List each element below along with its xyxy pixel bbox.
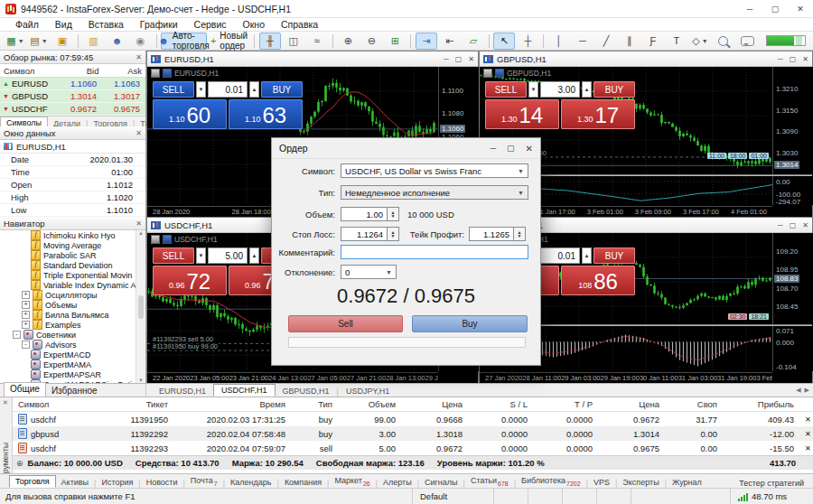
sell-button[interactable]: Sell bbox=[288, 315, 403, 332]
navigator-item-Объемы[interactable]: +fОбъемы bbox=[0, 300, 145, 310]
chart-close-button[interactable]: ✕ bbox=[802, 221, 808, 229]
toolbox-tab-Статьи[interactable]: Статьи678 bbox=[465, 475, 514, 488]
toolbox-tab-История[interactable]: История bbox=[96, 477, 138, 488]
order-dialog-titlebar[interactable]: Ордер ─ ▢ ✕ bbox=[272, 138, 540, 159]
chart-close-button[interactable]: ✕ bbox=[468, 55, 474, 63]
ohlc-icon[interactable] bbox=[151, 235, 160, 244]
toolbar-tile-windows-button[interactable]: ⊞ bbox=[384, 33, 406, 50]
navigator-item-Variable-Index-Dynamic-A[interactable]: fVariable Index Dynamic A bbox=[0, 280, 145, 290]
sell-button[interactable]: SELL bbox=[153, 81, 194, 98]
navigator-item-Ichimoku-Kinko-Hyo[interactable]: fIchimoku Kinko Hyo bbox=[0, 230, 145, 240]
menu-item-Окно[interactable]: Окно bbox=[235, 19, 273, 30]
navigator-tab-Общие[interactable]: Общие bbox=[4, 382, 46, 397]
close-position-button[interactable]: ✕ bbox=[799, 412, 813, 427]
menu-item-Сервис[interactable]: Сервис bbox=[186, 19, 235, 30]
column-header-S / L[interactable]: S / L bbox=[468, 397, 533, 412]
close-icon[interactable]: ✕ bbox=[136, 219, 142, 228]
volume-decrease-button[interactable]: ▼ bbox=[196, 81, 206, 98]
toolbar-autotrade-button[interactable]: ☻Авто-торговля bbox=[161, 33, 207, 50]
menu-item-Вид[interactable]: Вид bbox=[47, 19, 80, 30]
ohlc-icon[interactable] bbox=[483, 69, 492, 78]
comment-input[interactable] bbox=[341, 245, 528, 259]
oneclick-icon[interactable] bbox=[495, 69, 504, 78]
dialog-close-button[interactable]: ✕ bbox=[526, 144, 533, 154]
buy-button[interactable]: BUY bbox=[593, 81, 635, 98]
column-header-Символ[interactable]: Символ bbox=[13, 397, 94, 412]
close-icon[interactable]: ✕ bbox=[136, 129, 142, 137]
market-watch-row-EURUSD[interactable]: ▲EURUSD1.10601.1063 bbox=[0, 78, 145, 90]
toolbar-trend-line-button[interactable]: ╱ bbox=[595, 33, 617, 50]
navigator-item-Билла-Вильямса[interactable]: +fБилла Вильямса bbox=[0, 310, 145, 320]
ohlc-icon[interactable] bbox=[151, 69, 160, 78]
column-header-Тикет[interactable]: Тикет bbox=[94, 397, 173, 412]
volume-increase-button[interactable]: ▲ bbox=[249, 247, 259, 264]
toolbar-cursor-button[interactable]: ↖ bbox=[493, 33, 515, 50]
column-header-Объем[interactable]: Объем bbox=[338, 397, 401, 412]
chart-minimize-button[interactable]: ─ bbox=[778, 55, 783, 63]
toolbar-text-button[interactable]: T bbox=[666, 33, 687, 50]
buy-price[interactable]: 1.3017 bbox=[561, 99, 635, 129]
buy-button[interactable]: BUY bbox=[593, 247, 635, 264]
toolbar-fibonacci-button[interactable]: Ƒ bbox=[642, 33, 664, 50]
price-scale[interactable]: 1.32101.31501.30901.30301.30140.00-100.0… bbox=[772, 67, 813, 205]
toolbar-candles-button[interactable]: ◫ bbox=[283, 33, 304, 50]
navigator-item-ExpertMACD[interactable]: ExpertMACD bbox=[0, 350, 145, 359]
toolbar-line-chart-button[interactable]: ≈ bbox=[306, 33, 328, 50]
toolbox-tab-Торговля[interactable]: Торговля bbox=[9, 475, 56, 488]
navigator-item-ExpertMAMA[interactable]: ExpertMAMA bbox=[0, 359, 145, 369]
navigator-item-Examples[interactable]: +fExamples bbox=[0, 320, 145, 330]
volume-input[interactable]: 3.00 bbox=[540, 81, 580, 98]
buy-price[interactable]: 1.1063 bbox=[229, 99, 303, 129]
sell-button[interactable]: SELL bbox=[485, 81, 527, 98]
buy-button[interactable]: BUY bbox=[261, 81, 303, 98]
take-profit-input[interactable]: 1.1265 bbox=[469, 227, 514, 241]
collapse-icon[interactable]: - bbox=[13, 331, 21, 339]
scroll-left-icon[interactable]: ◀ bbox=[796, 387, 800, 394]
navigator-item-Parabolic-SAR[interactable]: fParabolic SAR bbox=[0, 250, 145, 260]
column-header-Прибыль[interactable]: Прибыль bbox=[723, 397, 799, 412]
status-profile[interactable]: Default bbox=[412, 489, 493, 504]
chart-minimize-button[interactable]: ─ bbox=[778, 221, 783, 229]
expand-icon[interactable]: + bbox=[22, 321, 30, 329]
column-header-Тип[interactable]: Тип bbox=[291, 397, 338, 412]
toolbox-tab-Новости[interactable]: Новости bbox=[141, 477, 183, 488]
volume-input[interactable]: 5.00 bbox=[208, 247, 248, 264]
navigator-item-Triple-Exponential-Movin[interactable]: fTriple Exponential Movin bbox=[0, 270, 145, 280]
search-icon[interactable] bbox=[718, 36, 728, 46]
close-icon[interactable]: ✕ bbox=[3, 399, 8, 406]
toolbox-tab-Сигналы[interactable]: Сигналы bbox=[419, 477, 463, 488]
navigator-tab-Избранное[interactable]: Избранное bbox=[46, 385, 103, 397]
toolbox-tab-Журнал[interactable]: Журнал bbox=[667, 477, 707, 488]
menu-item-Вставка[interactable]: Вставка bbox=[80, 19, 132, 30]
market-watch-row-GBPUSD[interactable]: ▼GBPUSD1.30141.3017 bbox=[0, 90, 145, 103]
scrollbar-thumb[interactable] bbox=[138, 295, 144, 319]
chart-tab-USDJPY,H1[interactable]: USDJPY,H1 bbox=[339, 386, 397, 397]
sell-price[interactable]: 1.1060 bbox=[153, 99, 227, 129]
toolbar-history-center-button[interactable]: ▣ bbox=[51, 33, 73, 50]
chart-minimize-button[interactable]: ─ bbox=[444, 55, 449, 63]
toolbar-new-chart-button[interactable]: ▦▼ bbox=[5, 33, 26, 50]
chart-maximize-button[interactable]: ▢ bbox=[455, 55, 463, 63]
chart-maximize-button[interactable]: ▢ bbox=[790, 221, 797, 229]
toolbox-tab-Компания[interactable]: Компания bbox=[279, 477, 327, 488]
column-symbol[interactable]: Символ bbox=[0, 66, 60, 76]
navigator-item-Осцилляторы[interactable]: +fОсцилляторы bbox=[0, 290, 145, 300]
navigator-item-Советники[interactable]: -Советники bbox=[0, 330, 145, 340]
toolbar-signals-button[interactable]: ◉ bbox=[130, 33, 152, 50]
toolbox-tab-Маркет[interactable]: Маркет26 bbox=[329, 475, 375, 488]
chart-tab-USDCHF,H1[interactable]: USDCHF,H1 bbox=[213, 384, 276, 397]
window-minimize-button[interactable]: ─ bbox=[737, 0, 762, 17]
chart-tab-EURUSD,H1[interactable]: EURUSD,H1 bbox=[152, 386, 213, 397]
close-position-button[interactable]: ✕ bbox=[799, 426, 813, 441]
toolbar-equidistant-channel-button[interactable]: ∥ bbox=[619, 33, 640, 50]
navigator-item-ExpertMAPSAR[interactable]: ExpertMAPSAR bbox=[0, 369, 145, 379]
navigator-scrollbar[interactable]: ▲ ▼ bbox=[136, 230, 145, 383]
toolbar-zoom-in-button[interactable]: ⊕ bbox=[337, 33, 359, 50]
position-row-11392293[interactable]: usdchf113922932020.02.04 07:59:07sell5.0… bbox=[13, 441, 813, 455]
toolbar-docking-button[interactable]: ▱ bbox=[463, 33, 484, 50]
toolbar-new-order-button[interactable]: +Новый ордер bbox=[209, 33, 249, 50]
menu-item-Файл[interactable]: Файл bbox=[7, 19, 47, 30]
toolbar-quotes-button[interactable]: ▥ bbox=[83, 33, 105, 50]
sell-price[interactable]: 0.9672 bbox=[153, 266, 227, 295]
volume-spinner[interactable]: ▲▼ bbox=[388, 207, 399, 221]
